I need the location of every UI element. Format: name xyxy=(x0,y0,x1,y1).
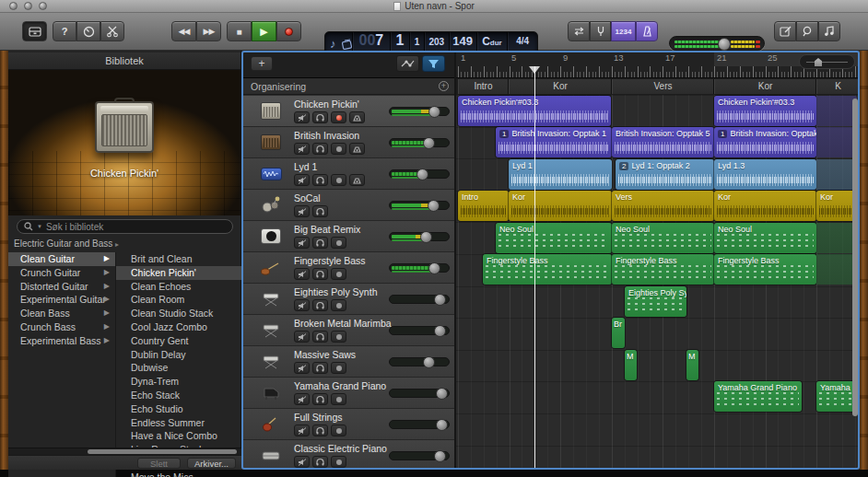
record-enable-button[interactable] xyxy=(331,268,346,280)
solo-button[interactable] xyxy=(312,111,328,123)
category-item[interactable]: Clean Guitar▶ xyxy=(8,252,115,266)
record-enable-button[interactable] xyxy=(331,111,346,123)
track-lanes[interactable]: Chicken Pickin'#03.3 Chicken Pickin'#03.… xyxy=(456,95,860,470)
record-enable-button[interactable] xyxy=(331,299,346,311)
library-toggle-button[interactable] xyxy=(22,21,47,41)
vertical-scrollbar[interactable] xyxy=(852,99,858,467)
solo-button[interactable] xyxy=(312,174,328,186)
zoom-slider-knob[interactable] xyxy=(815,58,822,66)
track-header[interactable]: Eighties Poly Synth xyxy=(241,284,456,315)
track-volume-slider[interactable] xyxy=(389,107,450,116)
patch-item[interactable]: Cool Jazz Combo xyxy=(116,320,241,334)
record-enable-button[interactable] xyxy=(331,456,346,468)
smart-controls-button[interactable] xyxy=(76,21,100,41)
region-midi[interactable]: Neo Soul xyxy=(612,223,714,253)
arrangement-marker[interactable]: Vers xyxy=(612,79,714,94)
track-header[interactable]: Full Strings xyxy=(241,409,456,440)
mute-button[interactable] xyxy=(294,362,310,374)
scrollbar-thumb[interactable] xyxy=(852,99,858,416)
organize-row[interactable]: Organisering+ xyxy=(241,78,456,95)
region-drummer[interactable]: Kor xyxy=(714,191,816,221)
patch-item[interactable]: Dublin Delay xyxy=(116,348,241,362)
track-volume-slider[interactable] xyxy=(389,263,450,273)
solo-button[interactable] xyxy=(312,268,328,280)
solo-button[interactable] xyxy=(312,362,328,374)
solo-button[interactable] xyxy=(312,456,328,468)
track-header[interactable]: Lyd 1 xyxy=(241,158,456,190)
track-volume-slider[interactable] xyxy=(389,201,450,210)
patch-item[interactable]: Chicken Pickin' xyxy=(116,266,241,280)
arrangement-marker[interactable]: Intro xyxy=(458,79,509,94)
track-volume-slider[interactable] xyxy=(389,326,450,335)
library-horizontal-scrollbar[interactable] xyxy=(8,448,241,455)
stop-button[interactable]: ■ xyxy=(227,21,252,41)
record-enable-button[interactable] xyxy=(331,143,346,155)
region-audio[interactable]: British Invasion: Opptak 5 xyxy=(612,127,714,157)
arrangement-marker[interactable]: Kor xyxy=(509,79,612,94)
region-midi[interactable]: M xyxy=(686,350,698,380)
mute-button[interactable] xyxy=(294,299,310,311)
solo-button[interactable] xyxy=(312,425,328,436)
track-header[interactable]: Broken Metal Marimba xyxy=(241,315,456,346)
track-header[interactable]: Fingerstyle Bass xyxy=(241,252,456,284)
media-browser-button[interactable] xyxy=(818,21,840,41)
patch-item[interactable]: Clean Room xyxy=(116,293,241,307)
region-midi[interactable]: Br xyxy=(612,318,625,348)
track-volume-slider[interactable] xyxy=(389,357,450,366)
patch-item[interactable]: Clean Echoes xyxy=(116,280,241,294)
region-midi[interactable]: Fingerstyle Bass xyxy=(483,254,612,285)
arrangement-marker[interactable]: Kor xyxy=(714,79,816,94)
record-enable-button[interactable] xyxy=(331,237,346,249)
patch-item[interactable]: Brit and Clean xyxy=(116,252,241,266)
category-item[interactable]: Crunch Bass▶ xyxy=(8,320,115,334)
region-midi[interactable]: Neo Soul xyxy=(496,223,612,253)
category-item[interactable]: Crunch Guitar▶ xyxy=(8,266,115,280)
master-volume-knob[interactable] xyxy=(718,38,731,51)
patch-item[interactable]: Endless Summer xyxy=(116,416,241,430)
count-in-button[interactable]: 1234 xyxy=(611,21,636,41)
solo-button[interactable] xyxy=(312,143,328,155)
track-header[interactable]: Big Beat Remix xyxy=(241,221,456,252)
breadcrumb[interactable]: Electric Guitar and Bass ▸ xyxy=(14,238,119,249)
region-midi[interactable]: Neo Soul xyxy=(714,223,816,253)
track-volume-slider[interactable] xyxy=(389,420,450,429)
region-drummer[interactable]: Vers xyxy=(612,191,714,221)
region-midi[interactable]: Eighties Poly Syn xyxy=(625,286,686,317)
solo-button[interactable] xyxy=(312,393,328,405)
master-volume-slider[interactable] xyxy=(669,36,765,51)
track-filter-button[interactable] xyxy=(422,55,445,72)
patch-item[interactable]: Dubwise xyxy=(116,361,241,375)
region-drummer[interactable]: Kor xyxy=(509,191,612,221)
track-volume-slider[interactable] xyxy=(389,295,450,304)
mute-button[interactable] xyxy=(294,331,310,343)
mute-button[interactable] xyxy=(294,174,310,186)
record-button[interactable] xyxy=(276,21,301,41)
mute-button[interactable] xyxy=(294,205,310,217)
mute-button[interactable] xyxy=(294,268,310,280)
record-enable-button[interactable] xyxy=(331,425,346,436)
mute-button[interactable] xyxy=(294,456,310,468)
patch-item[interactable]: Echo Studio xyxy=(116,402,241,416)
rewind-button[interactable]: ◀◀ xyxy=(171,21,196,41)
editors-button[interactable] xyxy=(100,21,124,41)
category-item[interactable]: Experimental Guitar▶ xyxy=(8,293,115,307)
quick-help-button[interactable]: ? xyxy=(53,21,76,41)
track-header[interactable]: Classic Electric Piano xyxy=(241,440,456,470)
scrollbar-thumb[interactable] xyxy=(88,449,237,454)
mute-button[interactable] xyxy=(294,111,310,123)
add-track-button[interactable]: + xyxy=(251,56,273,71)
region-audio[interactable]: 1British Invasion: Opptak 1 xyxy=(496,127,612,157)
solo-button[interactable] xyxy=(312,205,328,217)
category-item[interactable]: Clean Bass▶ xyxy=(8,307,115,320)
patch-item[interactable]: Dyna-Trem xyxy=(116,375,241,389)
region-midi[interactable]: M xyxy=(625,350,637,380)
zoom-slider[interactable] xyxy=(799,54,855,69)
library-search-field[interactable]: ▼ xyxy=(17,219,233,234)
region-audio[interactable]: 1British Invasion: Opptak 1 xyxy=(714,127,816,157)
metronome-button[interactable] xyxy=(636,21,658,41)
track-volume-slider[interactable] xyxy=(389,232,450,241)
patch-item[interactable]: Echo Stack xyxy=(116,389,241,402)
input-monitor-button[interactable] xyxy=(349,111,365,123)
input-monitor-button[interactable] xyxy=(349,143,365,155)
mute-button[interactable] xyxy=(294,393,310,405)
